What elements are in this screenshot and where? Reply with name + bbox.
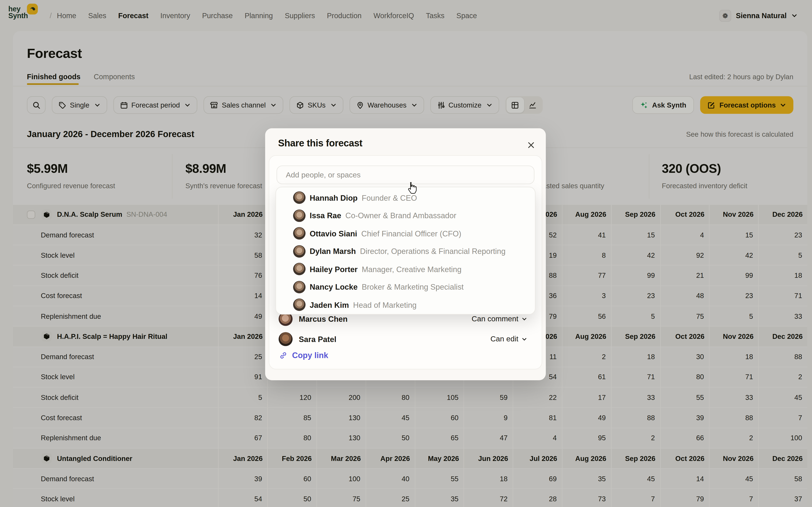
avatar [293, 263, 306, 276]
permission-dropdown[interactable]: Can edit [490, 335, 527, 343]
person-role: Head of Marketing [353, 300, 417, 309]
person-role: Manager, Creative Marketing [362, 265, 462, 274]
person-name: Dylan Marsh [310, 247, 356, 256]
avatar [279, 332, 293, 346]
chevron-down-icon [521, 316, 527, 322]
person-name: Hannah Diop [310, 193, 358, 202]
people-suggestions-dropdown: Hannah DiopFounder & CEOIssa RaeCo-Owner… [275, 187, 536, 315]
avatar [293, 209, 306, 222]
suggestion-issa-rae[interactable]: Issa RaeCo-Owner & Brand Ambassador [276, 207, 535, 224]
share-modal: Share this forecast Add people, or space… [265, 128, 546, 380]
person-role: Chief Financial Officer (CFO) [361, 229, 461, 238]
suggestion-nancy-locke[interactable]: Nancy LockeBroker & Marketing Specialist [276, 278, 535, 296]
person-name: Issa Rae [310, 211, 341, 220]
person-name: Hailey Porter [310, 265, 358, 274]
chevron-down-icon [521, 336, 527, 342]
close-icon[interactable] [527, 141, 536, 150]
link-icon [279, 351, 287, 359]
person-name: Nancy Locke [310, 283, 358, 291]
suggestion-dylan-marsh[interactable]: Dylan MarshDirector, Operations & Financ… [276, 242, 535, 260]
avatar [293, 245, 306, 258]
avatar [293, 227, 306, 240]
access-row-sara-patel: Sara PatelCan edit [279, 331, 527, 346]
copy-link-button[interactable]: Copy link [279, 351, 328, 360]
permission-dropdown[interactable]: Can comment [471, 315, 527, 323]
mouse-cursor [406, 182, 417, 195]
person-role: Director, Operations & Financial Reporti… [360, 247, 506, 256]
person-name: Ottavio Siani [310, 229, 357, 238]
suggestion-hannah-diop[interactable]: Hannah DiopFounder & CEO [276, 189, 535, 207]
person-role: Broker & Marketing Specialist [362, 283, 464, 291]
avatar [293, 299, 306, 311]
suggestion-ottavio-siani[interactable]: Ottavio SianiChief Financial Officer (CF… [276, 225, 535, 242]
avatar [293, 191, 306, 204]
avatar [293, 281, 306, 293]
modal-title: Share this forecast [278, 137, 362, 149]
suggestion-jaden-kim[interactable]: Jaden KimHead of Marketing [276, 296, 535, 314]
suggestion-hailey-porter[interactable]: Hailey PorterManager, Creative Marketing [276, 260, 535, 278]
person-name: Jaden Kim [310, 300, 349, 309]
add-people-input[interactable]: Add people, or spaces [276, 166, 535, 184]
person-role: Co-Owner & Brand Ambassador [345, 211, 456, 220]
